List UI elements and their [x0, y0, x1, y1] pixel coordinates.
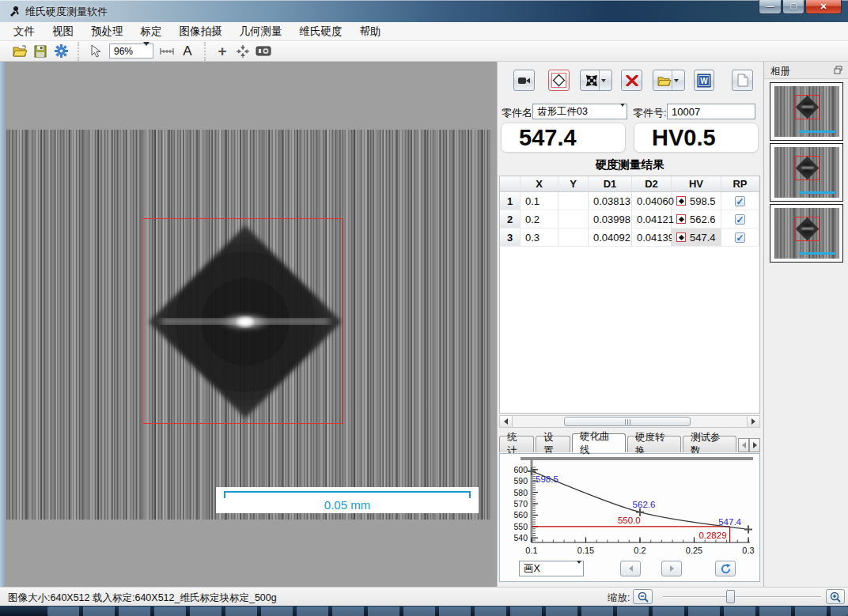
text-tool-button[interactable]: A — [177, 43, 198, 60]
cell-rp: ✓ — [721, 210, 759, 228]
svg-text:W: W — [700, 77, 708, 85]
thumbnail-indent — [796, 96, 820, 119]
rp-checkbox[interactable]: ✓ — [735, 196, 745, 206]
cell-x: 0.1 — [521, 192, 558, 210]
auto-center-button[interactable] — [233, 43, 253, 60]
tab-scroll-right[interactable] — [749, 438, 760, 452]
menu-calibration[interactable]: 标定 — [132, 22, 171, 41]
cell-y — [558, 192, 589, 210]
menu-vickers-hardness[interactable]: 维氏硬度 — [291, 22, 351, 41]
tab-scroll-left[interactable] — [738, 438, 749, 452]
table-row[interactable]: 3 0.3 0.04092 0.04139 547.4 ✓ — [500, 229, 759, 247]
auto-measure-dropdown[interactable] — [599, 70, 608, 90]
new-report-button[interactable] — [732, 70, 753, 91]
col-index[interactable] — [500, 176, 521, 191]
album-thumbnail-3[interactable] — [770, 204, 843, 263]
album-title: 相册 — [770, 65, 790, 78]
menu-view[interactable]: 视图 — [44, 22, 82, 41]
load-image-button[interactable] — [653, 70, 685, 91]
svg-text:598.5: 598.5 — [536, 474, 558, 484]
table-row[interactable]: 2 0.2 0.03998 0.04121 562.6 ✓ — [500, 210, 759, 229]
cell-rp: ✓ — [721, 192, 759, 210]
col-x[interactable]: X — [521, 176, 558, 191]
menu-help[interactable]: 帮助 — [351, 22, 390, 41]
part-name-select[interactable]: 齿形工件03 — [532, 104, 627, 119]
table-horizontal-scrollbar[interactable] — [499, 415, 760, 428]
chart-axis-select[interactable]: 画X — [519, 561, 584, 576]
col-d2[interactable]: D2 — [632, 176, 672, 191]
open-file-button[interactable] — [9, 43, 30, 60]
prev-point-button[interactable] — [620, 561, 641, 576]
chevron-down-icon — [577, 561, 581, 575]
zoom-out-button[interactable] — [633, 589, 653, 604]
cell-d1: 0.03998 — [589, 210, 632, 228]
zoom-slider-handle[interactable] — [726, 590, 735, 603]
scrollbar-thumb[interactable] — [564, 417, 691, 426]
scroll-left-arrow[interactable] — [500, 416, 513, 427]
measure-tool-button[interactable] — [157, 43, 177, 60]
zoom-slider-track[interactable] — [663, 596, 821, 598]
row-index: 1 — [500, 192, 521, 210]
export-word-button[interactable]: W — [694, 70, 714, 91]
zoom-in-icon — [830, 591, 841, 603]
measure-indent-button[interactable] — [548, 70, 570, 91]
measurement-roi-box[interactable] — [142, 218, 343, 424]
maximize-button[interactable]: ▢ — [782, 0, 804, 14]
cell-x: 0.3 — [521, 229, 558, 246]
menu-file[interactable]: 文件 — [5, 22, 44, 41]
thumbnail-image — [774, 147, 839, 198]
menu-preprocess[interactable]: 预处理 — [82, 22, 132, 41]
move-arrows-icon — [585, 74, 599, 88]
capture-image-button[interactable] — [253, 43, 274, 60]
windows-taskbar[interactable] — [0, 606, 848, 616]
plus-icon: + — [218, 43, 226, 60]
rp-checkbox[interactable]: ✓ — [735, 232, 745, 243]
refresh-icon — [720, 563, 732, 575]
zoom-in-button[interactable] — [826, 589, 845, 604]
album-thumbnail-1[interactable] — [770, 82, 843, 141]
menu-image-capture[interactable]: 图像拍摄 — [171, 22, 231, 41]
part-no-input[interactable]: 10007 — [667, 104, 755, 119]
cell-d1: 0.04092 — [589, 229, 632, 246]
open-folder-icon — [657, 75, 672, 86]
thumbnail-image — [774, 208, 839, 259]
taskbar-buttons[interactable] — [47, 607, 848, 616]
window-title: 维氏硬度测量软件 — [25, 5, 108, 19]
table-row[interactable]: 1 0.1 0.03813 0.04060 598.5 ✓ — [500, 192, 759, 210]
cell-d1: 0.03813 — [589, 192, 632, 210]
zoom-level-select[interactable]: 96% — [109, 43, 153, 59]
pointer-tool-button[interactable] — [85, 43, 106, 60]
next-point-button[interactable] — [661, 561, 682, 576]
scroll-right-arrow[interactable] — [747, 416, 759, 427]
close-button[interactable]: ✕ — [805, 0, 842, 14]
indent-marker-icon — [676, 196, 686, 206]
float-panel-icon[interactable] — [834, 66, 842, 74]
delete-result-button[interactable] — [621, 70, 642, 91]
auto-measure-button[interactable] — [580, 70, 612, 91]
scale-bar-label: 0.05 mm — [216, 498, 479, 512]
menu-geometry-measure[interactable]: 几何测量 — [231, 22, 291, 41]
col-y[interactable]: Y — [558, 176, 589, 191]
cell-hv: 562.6 — [672, 210, 721, 228]
settings-button[interactable] — [51, 43, 71, 60]
save-button[interactable] — [30, 43, 51, 60]
tab-test-parameters[interactable]: 测试参数 — [683, 436, 736, 452]
load-image-dropdown[interactable] — [672, 70, 681, 90]
tab-statistics[interactable]: 统计 — [499, 436, 534, 452]
col-hv[interactable]: HV — [672, 176, 721, 191]
rp-checkbox[interactable]: ✓ — [735, 214, 745, 225]
album-thumbnail-2[interactable] — [770, 143, 843, 202]
chart-controls: 画X — [500, 558, 759, 580]
col-d1[interactable]: D1 — [589, 176, 632, 191]
col-rp[interactable]: RP — [721, 176, 759, 191]
minimize-button[interactable]: — — [759, 0, 782, 14]
crosshair-tool-button[interactable]: + — [212, 43, 233, 60]
tab-hardness-conversion[interactable]: 硬度转换 — [627, 436, 681, 452]
specimen-image[interactable]: 0.05 mm — [6, 130, 490, 520]
refresh-chart-button[interactable] — [715, 561, 736, 576]
save-icon — [34, 45, 47, 58]
video-capture-button[interactable] — [513, 70, 535, 91]
gear-icon — [55, 44, 68, 58]
tab-settings[interactable]: 设置 — [536, 436, 570, 452]
tab-hardening-curve[interactable]: 硬化曲线 — [572, 433, 626, 452]
